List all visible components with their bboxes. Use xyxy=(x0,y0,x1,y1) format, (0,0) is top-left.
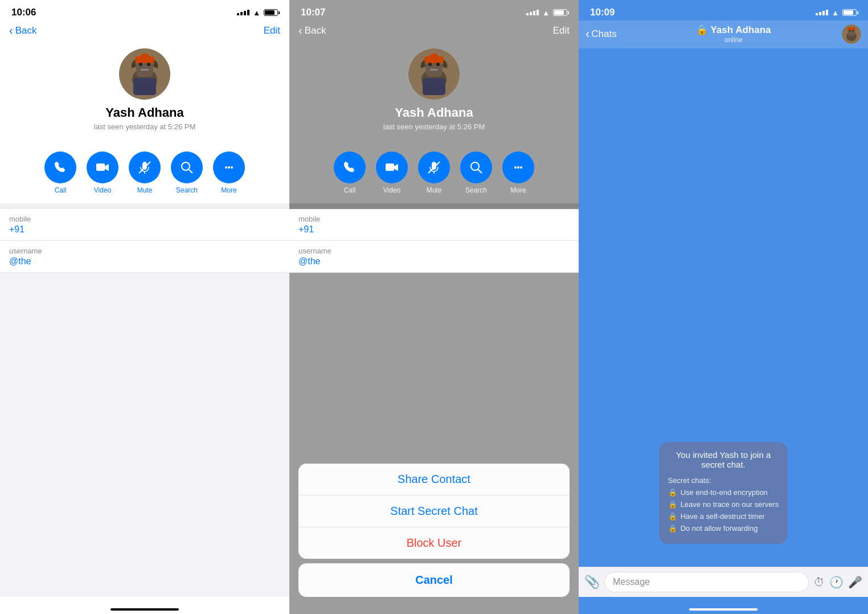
secret-feature-2: 🔒 Leave no trace on our servers xyxy=(668,500,779,509)
call-button-2[interactable]: Call xyxy=(334,152,366,194)
info-section-1: mobile +91 username @the xyxy=(0,209,289,273)
secret-feature-subtitle: Secret chats: xyxy=(668,476,779,485)
chat-name: 🔒 Yash Adhana xyxy=(696,24,771,36)
chevron-left-icon-2: ‹ xyxy=(298,24,302,37)
video-button-1[interactable]: Video xyxy=(87,152,118,194)
attach-icon[interactable]: 📎 xyxy=(584,575,600,590)
profile-status-1: last seen yesterday at 5:26 PM xyxy=(94,122,195,131)
svg-point-32 xyxy=(517,166,519,169)
video-label-1: Video xyxy=(94,186,111,194)
username-row-1: username @the xyxy=(0,241,289,273)
nav-bar-2: ‹ Back Edit xyxy=(289,21,579,43)
back-button-1[interactable]: ‹ Back xyxy=(9,24,36,37)
message-input[interactable]: Message xyxy=(604,572,809,592)
search-button-2[interactable]: Search xyxy=(460,152,492,194)
status-time-2: 10:07 xyxy=(301,7,325,18)
info-section-2: mobile +91 username @the xyxy=(289,209,579,273)
chats-back-button[interactable]: ‹ Chats xyxy=(586,27,625,42)
secret-feature-1: 🔒 Use end-to-end encryption xyxy=(668,488,779,497)
panel-3: 10:09 ▲ ‹ Chats 🔒 Yash Adhana online xyxy=(579,0,868,614)
mobile-value-1[interactable]: +91 xyxy=(9,224,280,235)
battery-icon-1 xyxy=(264,9,278,16)
avatar-image-1 xyxy=(119,48,170,100)
message-placeholder: Message xyxy=(613,577,650,587)
wifi-icon-2: ▲ xyxy=(542,9,550,17)
divider-2 xyxy=(289,203,579,209)
svg-rect-37 xyxy=(847,27,855,30)
secret-chat-bubble: You invited Yash to join asecret chat. S… xyxy=(659,442,788,544)
mic-icon[interactable]: 🎤 xyxy=(848,575,862,589)
mute-icon-1[interactable] xyxy=(129,152,161,183)
feature-text-4: Do not allow forwarding xyxy=(681,524,758,533)
mobile-row-1: mobile +91 xyxy=(0,209,289,241)
chat-input-bar: 📎 Message ⏱ 🕐 🎤 xyxy=(579,567,868,597)
back-label-1[interactable]: Back xyxy=(15,25,37,36)
profile-name-2: Yash Adhana xyxy=(395,105,473,120)
cancel-button[interactable]: Cancel xyxy=(298,563,570,597)
status-bar-2: 10:07 ▲ xyxy=(289,0,579,21)
call-label-1: Call xyxy=(55,186,67,194)
chat-messages: You invited Yash to join asecret chat. S… xyxy=(579,48,868,567)
edit-button-2[interactable]: Edit xyxy=(553,25,570,36)
clock-icon[interactable]: 🕐 xyxy=(829,575,844,589)
mute-button-1[interactable]: Mute xyxy=(129,152,161,194)
back-button-2[interactable]: ‹ Back xyxy=(298,24,326,37)
mute-icon-2[interactable] xyxy=(418,152,450,183)
svg-point-5 xyxy=(139,63,142,66)
username-value-2[interactable]: @the xyxy=(298,256,570,267)
call-icon-1[interactable] xyxy=(44,152,76,183)
svg-rect-25 xyxy=(423,78,445,95)
mute-button-2[interactable]: Mute xyxy=(418,152,450,194)
search-icon-2[interactable] xyxy=(460,152,492,183)
lock-icon-1: 🔒 xyxy=(668,488,677,497)
svg-rect-9 xyxy=(96,163,105,171)
panel-1: 10:06 ▲ ‹ Back Edit xyxy=(0,0,289,614)
status-right-1: ▲ xyxy=(237,9,278,17)
action-sheet: Share Contact Start Secret Chat Block Us… xyxy=(289,464,579,614)
action-row-2: Call Video Mute Search More xyxy=(289,142,579,203)
video-button-2[interactable]: Video xyxy=(376,152,408,194)
profile-name-1: Yash Adhana xyxy=(105,105,183,120)
feature-text-3: Have a self-destruct timer xyxy=(681,512,765,521)
username-row-2: username @the xyxy=(289,241,579,273)
video-label-2: Video xyxy=(383,186,400,194)
video-icon-2[interactable] xyxy=(376,152,408,183)
more-icon-2[interactable] xyxy=(502,152,534,183)
secret-feature-3: 🔒 Have a self-destruct timer xyxy=(668,512,779,521)
username-label-2: username xyxy=(298,247,570,255)
svg-point-39 xyxy=(853,30,854,31)
wifi-icon-1: ▲ xyxy=(253,9,260,17)
chats-label[interactable]: Chats xyxy=(591,28,616,40)
start-secret-chat-button[interactable]: Start Secret Chat xyxy=(298,496,570,527)
mute-label-2: Mute xyxy=(427,186,442,194)
chevron-left-icon-3: ‹ xyxy=(586,27,589,42)
more-icon-1[interactable] xyxy=(213,152,245,183)
mobile-value-2[interactable]: +91 xyxy=(298,224,570,235)
chat-avatar[interactable] xyxy=(842,24,861,44)
more-button-1[interactable]: More xyxy=(213,152,245,194)
more-label-2: More xyxy=(510,186,526,194)
block-user-button[interactable]: Block User xyxy=(298,527,570,559)
video-icon-1[interactable] xyxy=(87,152,118,183)
timer-icon[interactable]: ⏱ xyxy=(813,576,825,589)
search-label-1: Search xyxy=(176,186,198,194)
search-button-1[interactable]: Search xyxy=(171,152,203,194)
search-icon-1[interactable] xyxy=(171,152,203,183)
profile-section-1: Yash Adhana last seen yesterday at 5:26 … xyxy=(0,43,289,142)
edit-button-1[interactable]: Edit xyxy=(264,25,280,36)
svg-line-30 xyxy=(478,169,482,173)
panel-2: 10:07 ▲ ‹ Back Edit xyxy=(289,0,579,614)
back-label-2[interactable]: Back xyxy=(305,25,326,36)
status-time-3: 10:09 xyxy=(590,7,615,18)
lock-icon-4: 🔒 xyxy=(668,524,677,533)
svg-point-38 xyxy=(849,30,850,31)
username-value-1[interactable]: @the xyxy=(9,256,280,267)
chat-nav: ‹ Chats 🔒 Yash Adhana online xyxy=(579,21,868,48)
lock-icon-2: 🔒 xyxy=(668,500,677,509)
svg-point-15 xyxy=(228,166,230,169)
share-contact-button[interactable]: Share Contact xyxy=(298,464,570,496)
more-button-2[interactable]: More xyxy=(502,152,534,194)
call-icon-2[interactable] xyxy=(334,152,366,183)
call-button-1[interactable]: Call xyxy=(44,152,76,194)
svg-point-29 xyxy=(471,162,479,170)
